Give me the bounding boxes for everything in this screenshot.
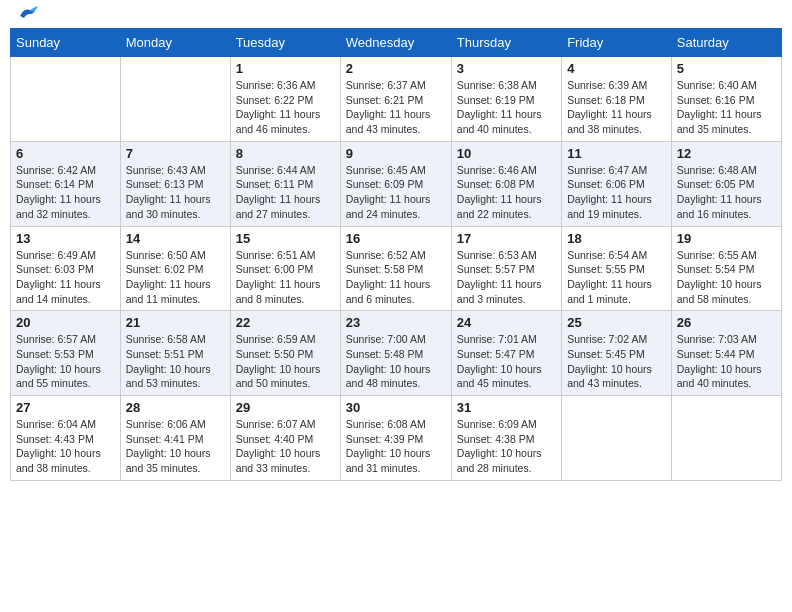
- day-number: 10: [457, 146, 556, 161]
- calendar-cell: 29Sunrise: 6:07 AMSunset: 4:40 PMDayligh…: [230, 396, 340, 481]
- day-number: 12: [677, 146, 776, 161]
- week-row-4: 20Sunrise: 6:57 AMSunset: 5:53 PMDayligh…: [11, 311, 782, 396]
- calendar-cell: 3Sunrise: 6:38 AMSunset: 6:19 PMDaylight…: [451, 57, 561, 142]
- calendar-table: SundayMondayTuesdayWednesdayThursdayFrid…: [10, 28, 782, 481]
- day-number: 16: [346, 231, 446, 246]
- calendar-cell: 2Sunrise: 6:37 AMSunset: 6:21 PMDaylight…: [340, 57, 451, 142]
- week-row-2: 6Sunrise: 6:42 AMSunset: 6:14 PMDaylight…: [11, 141, 782, 226]
- week-row-1: 1Sunrise: 6:36 AMSunset: 6:22 PMDaylight…: [11, 57, 782, 142]
- cell-content: Sunrise: 6:44 AMSunset: 6:11 PMDaylight:…: [236, 163, 335, 222]
- calendar-cell: [120, 57, 230, 142]
- calendar-cell: 25Sunrise: 7:02 AMSunset: 5:45 PMDayligh…: [562, 311, 672, 396]
- cell-content: Sunrise: 6:55 AMSunset: 5:54 PMDaylight:…: [677, 248, 776, 307]
- cell-content: Sunrise: 6:54 AMSunset: 5:55 PMDaylight:…: [567, 248, 666, 307]
- cell-content: Sunrise: 6:04 AMSunset: 4:43 PMDaylight:…: [16, 417, 115, 476]
- cell-content: Sunrise: 6:58 AMSunset: 5:51 PMDaylight:…: [126, 332, 225, 391]
- calendar-cell: 31Sunrise: 6:09 AMSunset: 4:38 PMDayligh…: [451, 396, 561, 481]
- calendar-cell: 22Sunrise: 6:59 AMSunset: 5:50 PMDayligh…: [230, 311, 340, 396]
- calendar-cell: 9Sunrise: 6:45 AMSunset: 6:09 PMDaylight…: [340, 141, 451, 226]
- day-number: 20: [16, 315, 115, 330]
- day-number: 22: [236, 315, 335, 330]
- cell-content: Sunrise: 7:00 AMSunset: 5:48 PMDaylight:…: [346, 332, 446, 391]
- cell-content: Sunrise: 6:59 AMSunset: 5:50 PMDaylight:…: [236, 332, 335, 391]
- week-row-5: 27Sunrise: 6:04 AMSunset: 4:43 PMDayligh…: [11, 396, 782, 481]
- calendar-cell: 20Sunrise: 6:57 AMSunset: 5:53 PMDayligh…: [11, 311, 121, 396]
- day-number: 29: [236, 400, 335, 415]
- calendar-cell: 15Sunrise: 6:51 AMSunset: 6:00 PMDayligh…: [230, 226, 340, 311]
- day-number: 31: [457, 400, 556, 415]
- header-saturday: Saturday: [671, 29, 781, 57]
- calendar-cell: [11, 57, 121, 142]
- calendar-cell: 14Sunrise: 6:50 AMSunset: 6:02 PMDayligh…: [120, 226, 230, 311]
- calendar-cell: 11Sunrise: 6:47 AMSunset: 6:06 PMDayligh…: [562, 141, 672, 226]
- cell-content: Sunrise: 6:53 AMSunset: 5:57 PMDaylight:…: [457, 248, 556, 307]
- cell-content: Sunrise: 6:42 AMSunset: 6:14 PMDaylight:…: [16, 163, 115, 222]
- calendar-cell: 5Sunrise: 6:40 AMSunset: 6:16 PMDaylight…: [671, 57, 781, 142]
- day-number: 9: [346, 146, 446, 161]
- day-number: 15: [236, 231, 335, 246]
- calendar-cell: 17Sunrise: 6:53 AMSunset: 5:57 PMDayligh…: [451, 226, 561, 311]
- cell-content: Sunrise: 6:36 AMSunset: 6:22 PMDaylight:…: [236, 78, 335, 137]
- calendar-cell: 1Sunrise: 6:36 AMSunset: 6:22 PMDaylight…: [230, 57, 340, 142]
- cell-content: Sunrise: 6:37 AMSunset: 6:21 PMDaylight:…: [346, 78, 446, 137]
- calendar-cell: 19Sunrise: 6:55 AMSunset: 5:54 PMDayligh…: [671, 226, 781, 311]
- day-number: 27: [16, 400, 115, 415]
- day-number: 2: [346, 61, 446, 76]
- calendar-cell: 12Sunrise: 6:48 AMSunset: 6:05 PMDayligh…: [671, 141, 781, 226]
- calendar-cell: 7Sunrise: 6:43 AMSunset: 6:13 PMDaylight…: [120, 141, 230, 226]
- cell-content: Sunrise: 6:08 AMSunset: 4:39 PMDaylight:…: [346, 417, 446, 476]
- cell-content: Sunrise: 6:48 AMSunset: 6:05 PMDaylight:…: [677, 163, 776, 222]
- calendar-cell: 28Sunrise: 6:06 AMSunset: 4:41 PMDayligh…: [120, 396, 230, 481]
- day-number: 18: [567, 231, 666, 246]
- day-number: 28: [126, 400, 225, 415]
- day-number: 21: [126, 315, 225, 330]
- cell-content: Sunrise: 6:46 AMSunset: 6:08 PMDaylight:…: [457, 163, 556, 222]
- cell-content: Sunrise: 6:50 AMSunset: 6:02 PMDaylight:…: [126, 248, 225, 307]
- cell-content: Sunrise: 6:49 AMSunset: 6:03 PMDaylight:…: [16, 248, 115, 307]
- logo: [14, 10, 38, 20]
- day-number: 8: [236, 146, 335, 161]
- header-sunday: Sunday: [11, 29, 121, 57]
- day-number: 30: [346, 400, 446, 415]
- calendar-cell: 23Sunrise: 7:00 AMSunset: 5:48 PMDayligh…: [340, 311, 451, 396]
- day-number: 26: [677, 315, 776, 330]
- calendar-cell: 6Sunrise: 6:42 AMSunset: 6:14 PMDaylight…: [11, 141, 121, 226]
- cell-content: Sunrise: 6:51 AMSunset: 6:00 PMDaylight:…: [236, 248, 335, 307]
- cell-content: Sunrise: 6:38 AMSunset: 6:19 PMDaylight:…: [457, 78, 556, 137]
- day-number: 4: [567, 61, 666, 76]
- calendar-cell: 16Sunrise: 6:52 AMSunset: 5:58 PMDayligh…: [340, 226, 451, 311]
- header-wednesday: Wednesday: [340, 29, 451, 57]
- day-number: 17: [457, 231, 556, 246]
- cell-content: Sunrise: 7:01 AMSunset: 5:47 PMDaylight:…: [457, 332, 556, 391]
- calendar-cell: 18Sunrise: 6:54 AMSunset: 5:55 PMDayligh…: [562, 226, 672, 311]
- calendar-cell: 30Sunrise: 6:08 AMSunset: 4:39 PMDayligh…: [340, 396, 451, 481]
- day-number: 19: [677, 231, 776, 246]
- calendar-cell: 21Sunrise: 6:58 AMSunset: 5:51 PMDayligh…: [120, 311, 230, 396]
- week-row-3: 13Sunrise: 6:49 AMSunset: 6:03 PMDayligh…: [11, 226, 782, 311]
- cell-content: Sunrise: 6:52 AMSunset: 5:58 PMDaylight:…: [346, 248, 446, 307]
- cell-content: Sunrise: 6:43 AMSunset: 6:13 PMDaylight:…: [126, 163, 225, 222]
- page-header: [10, 10, 782, 20]
- cell-content: Sunrise: 6:39 AMSunset: 6:18 PMDaylight:…: [567, 78, 666, 137]
- day-number: 25: [567, 315, 666, 330]
- cell-content: Sunrise: 6:47 AMSunset: 6:06 PMDaylight:…: [567, 163, 666, 222]
- day-number: 24: [457, 315, 556, 330]
- cell-content: Sunrise: 6:57 AMSunset: 5:53 PMDaylight:…: [16, 332, 115, 391]
- calendar-cell: 27Sunrise: 6:04 AMSunset: 4:43 PMDayligh…: [11, 396, 121, 481]
- calendar-header-row: SundayMondayTuesdayWednesdayThursdayFrid…: [11, 29, 782, 57]
- cell-content: Sunrise: 6:40 AMSunset: 6:16 PMDaylight:…: [677, 78, 776, 137]
- cell-content: Sunrise: 7:02 AMSunset: 5:45 PMDaylight:…: [567, 332, 666, 391]
- day-number: 1: [236, 61, 335, 76]
- header-tuesday: Tuesday: [230, 29, 340, 57]
- day-number: 7: [126, 146, 225, 161]
- header-monday: Monday: [120, 29, 230, 57]
- cell-content: Sunrise: 6:06 AMSunset: 4:41 PMDaylight:…: [126, 417, 225, 476]
- header-thursday: Thursday: [451, 29, 561, 57]
- day-number: 5: [677, 61, 776, 76]
- cell-content: Sunrise: 7:03 AMSunset: 5:44 PMDaylight:…: [677, 332, 776, 391]
- calendar-cell: 4Sunrise: 6:39 AMSunset: 6:18 PMDaylight…: [562, 57, 672, 142]
- calendar-cell: 24Sunrise: 7:01 AMSunset: 5:47 PMDayligh…: [451, 311, 561, 396]
- calendar-cell: [671, 396, 781, 481]
- day-number: 23: [346, 315, 446, 330]
- calendar-cell: 26Sunrise: 7:03 AMSunset: 5:44 PMDayligh…: [671, 311, 781, 396]
